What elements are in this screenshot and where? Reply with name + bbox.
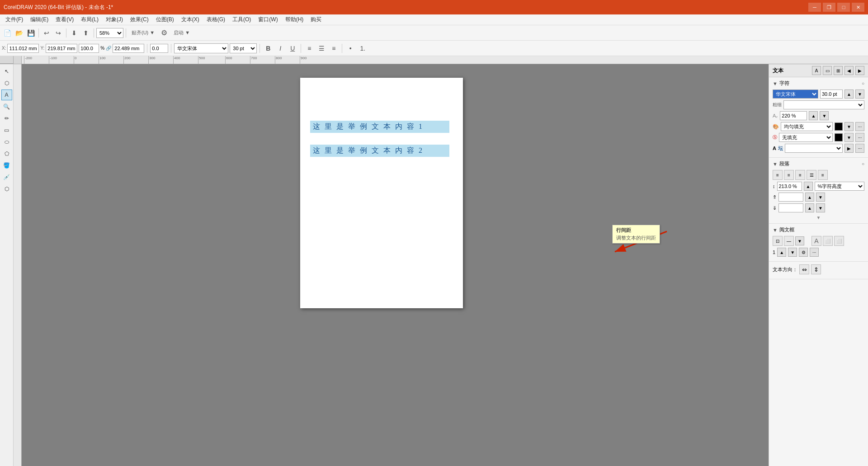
column-down-btn[interactable]: ▼ — [788, 248, 797, 257]
ellipse-tool[interactable]: ⬭ — [1, 137, 12, 147]
select-tool[interactable]: ↖ — [1, 66, 12, 77]
frame-overflow-btn[interactable]: ⬜ — [834, 236, 844, 246]
text-content-2[interactable]: 这 里 是 举 例 文 本 内 容 2 — [310, 145, 449, 157]
export-button[interactable]: ⬆ — [80, 28, 91, 38]
rect-tool[interactable]: ▭ — [1, 125, 12, 136]
undo-button[interactable]: ↩ — [41, 28, 52, 38]
import-button[interactable]: ⬇ — [69, 28, 80, 38]
fontsize-select[interactable]: 30 pt — [230, 43, 257, 53]
stroke-color-swatch[interactable] — [835, 133, 843, 141]
underline-color-btn[interactable]: ▶ — [844, 144, 854, 153]
shape-tool[interactable]: ⬡ — [1, 78, 12, 89]
num-list-button[interactable]: 1. — [357, 43, 368, 54]
launch-button[interactable]: 启动 ▼ — [170, 28, 193, 38]
width-input[interactable] — [79, 44, 99, 53]
frame-btn2[interactable]: — — [784, 236, 794, 246]
fontsize-down-btn[interactable]: ▼ — [855, 89, 864, 99]
stroke-more-btn[interactable]: ··· — [855, 133, 864, 142]
panel-collapse[interactable]: ◀ — [844, 66, 854, 75]
menu-edit[interactable]: 编辑(E) — [27, 15, 52, 24]
text-tool[interactable]: A — [1, 89, 12, 100]
panel-fontsize-input[interactable] — [820, 89, 843, 99]
underline-more-btn[interactable]: ··· — [855, 144, 864, 153]
blend-tool[interactable]: ⬡ — [1, 184, 12, 194]
rotation-input[interactable] — [150, 44, 168, 53]
y-input[interactable] — [46, 44, 77, 53]
zoom-tool[interactable]: 🔍 — [1, 101, 12, 112]
settings-button[interactable]: ⚙ — [159, 28, 170, 38]
fill-more-btn[interactable]: ··· — [855, 122, 864, 131]
menu-view[interactable]: 查看(V) — [52, 15, 77, 24]
frame-fit-btn[interactable]: ⬜ — [823, 236, 833, 246]
fill-color-swatch[interactable] — [835, 122, 843, 131]
para-after-up-btn[interactable]: ▲ — [805, 203, 814, 212]
menu-bitmap[interactable]: 位图(B) — [152, 15, 178, 24]
menu-tools[interactable]: 工具(O) — [229, 15, 255, 24]
minimize-button[interactable]: ─ — [808, 3, 821, 12]
panel-btn-frame[interactable]: ▭ — [823, 66, 832, 75]
panel-btn-a[interactable]: A — [812, 66, 821, 75]
frame-btn-a[interactable]: A — [811, 236, 821, 246]
font-select[interactable]: 华文宋体 — [174, 43, 228, 53]
snap-button[interactable]: 贴齐(U) ▼ — [128, 28, 158, 38]
x-input[interactable] — [7, 44, 39, 53]
fill-select[interactable]: 均匀填充 — [781, 122, 833, 131]
para-before-input[interactable] — [778, 193, 803, 202]
stroke-select[interactable]: 无填充 — [779, 133, 833, 142]
text-dir-horizontal-btn[interactable]: ⇔ — [799, 264, 809, 274]
linespacing-input[interactable] — [777, 182, 802, 191]
scale-down-btn[interactable]: ▼ — [820, 111, 829, 120]
fontsize-up-btn[interactable]: ▲ — [844, 89, 854, 99]
underline-select[interactable] — [785, 144, 843, 153]
align-left-button[interactable]: ≡ — [304, 43, 315, 54]
new-button[interactable]: 📄 — [2, 28, 13, 38]
column-up-btn[interactable]: ▲ — [777, 248, 786, 257]
align-justify-btn[interactable]: ☰ — [807, 170, 816, 180]
para-after-down-btn[interactable]: ▼ — [816, 203, 825, 212]
menu-help[interactable]: 帮助(H) — [282, 15, 307, 24]
style-select[interactable] — [783, 100, 864, 109]
open-button[interactable]: 📂 — [14, 28, 24, 38]
scale-up-btn[interactable]: ▲ — [809, 111, 818, 120]
para-before-up-btn[interactable]: ▲ — [805, 193, 814, 202]
redo-button[interactable]: ↪ — [53, 28, 64, 38]
align-force-justify-btn[interactable]: ≡ — [818, 170, 828, 180]
save-button[interactable]: 💾 — [25, 28, 36, 38]
text-dir-vertical-btn[interactable]: ⇕ — [811, 264, 821, 274]
col-settings-btn[interactable]: ⚙ — [799, 248, 808, 257]
frame-btn1[interactable]: ⊡ — [773, 236, 783, 246]
menu-window[interactable]: 窗口(W) — [255, 15, 281, 24]
bold-button[interactable]: B — [263, 43, 274, 54]
menu-layout[interactable]: 布局(L) — [77, 15, 102, 24]
align-right-para-btn[interactable]: ≡ — [795, 170, 805, 180]
menu-file[interactable]: 文件(F) — [2, 15, 27, 24]
polygon-tool[interactable]: ⬠ — [1, 148, 12, 159]
panel-btn-linked[interactable]: ⊞ — [834, 66, 843, 75]
scale-input[interactable] — [780, 111, 807, 120]
eyedropper-tool[interactable]: 💉 — [1, 172, 12, 183]
restore-button[interactable]: ❐ — [823, 3, 835, 12]
align-left-para-btn[interactable]: ≡ — [773, 170, 783, 180]
bullet-button[interactable]: • — [345, 43, 356, 54]
text-content-1[interactable]: 这 里 是 举 例 文 本 内 容 1 — [310, 121, 449, 133]
italic-button[interactable]: I — [275, 43, 286, 54]
linespacing-type-select[interactable]: %字符高度 — [815, 182, 865, 191]
linespacing-up-btn[interactable]: ▲ — [804, 182, 813, 191]
underline-button[interactable]: U — [287, 43, 298, 54]
menu-effects[interactable]: 效果(C) — [127, 15, 152, 24]
menu-text[interactable]: 文本(X) — [178, 15, 203, 24]
close-button[interactable]: ✕ — [852, 3, 864, 12]
canvas[interactable]: 这 里 是 举 例 文 本 内 容 1 这 里 是 举 例 文 本 内 容 2 … — [22, 64, 769, 466]
menu-object[interactable]: 对象(J) — [102, 15, 127, 24]
height-input[interactable] — [113, 44, 144, 53]
align-center-button[interactable]: ☰ — [316, 43, 327, 54]
stroke-color-btn[interactable]: ▼ — [844, 133, 854, 142]
freehand-tool[interactable]: ✏ — [1, 113, 12, 124]
fill-tool[interactable]: 🪣 — [1, 160, 12, 171]
panel-font-select[interactable]: 华文宋体 — [773, 89, 818, 99]
fill-color-btn[interactable]: ▼ — [844, 122, 854, 131]
maximize-button[interactable]: □ — [837, 3, 850, 12]
align-center-para-btn[interactable]: ≡ — [784, 170, 794, 180]
para-before-down-btn[interactable]: ▼ — [816, 193, 825, 202]
panel-expand[interactable]: ▶ — [855, 66, 864, 75]
